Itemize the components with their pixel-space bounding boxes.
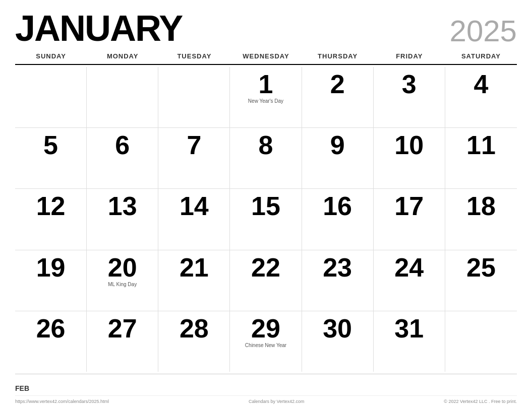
day-cell: 12 (15, 189, 87, 249)
year-title: 2025 (450, 16, 517, 46)
day-header: FRIDAY (374, 50, 445, 62)
day-cell: 20ML King Day (87, 250, 158, 311)
footer-row: https://www.vertex42.com/calendars/2025.… (15, 395, 517, 405)
day-cell: 22 (230, 250, 302, 311)
day-number: 14 (180, 193, 209, 219)
day-cell: 30 (302, 311, 374, 372)
day-cell: 27 (87, 311, 158, 372)
day-number: 5 (43, 132, 58, 158)
day-cell: 31 (374, 311, 445, 372)
holiday-label: ML King Day (108, 282, 137, 288)
day-header: TUESDAY (158, 50, 230, 62)
day-number: 23 (323, 254, 352, 281)
day-cell: 15 (230, 189, 302, 249)
day-cell: 21 (158, 250, 230, 311)
day-number: 21 (180, 254, 209, 281)
day-header: WEDNESDAY (230, 50, 302, 62)
day-cell: 3 (374, 67, 445, 127)
day-number: 31 (394, 315, 424, 341)
day-cell: 14 (158, 189, 230, 249)
day-cell (15, 67, 87, 127)
day-header: MONDAY (87, 50, 158, 62)
day-cell (445, 311, 517, 372)
day-number: 26 (36, 315, 66, 341)
day-cell: 7 (158, 128, 230, 188)
day-cell: 5 (15, 128, 87, 188)
day-header: SUNDAY (15, 50, 87, 62)
day-number: 28 (180, 315, 209, 341)
week-row: 567891011 (15, 128, 517, 189)
day-number: 27 (108, 315, 137, 341)
footer-right: © 2022 Vertex42 LLC . Free to print. (444, 399, 517, 404)
day-number: 25 (466, 254, 496, 281)
day-cell: 2 (302, 67, 374, 127)
day-number: 10 (394, 132, 424, 158)
day-header: THURSDAY (302, 50, 374, 62)
day-number: 11 (466, 132, 496, 158)
day-cell: 13 (87, 189, 158, 249)
day-cell: 26 (15, 311, 87, 372)
day-cell: 16 (302, 189, 374, 249)
day-cell: 1New Year's Day (230, 67, 302, 127)
day-cell: 25 (445, 250, 517, 311)
calendar-container: JANUARY 2025 SUNDAYMONDAYTUESDAYWEDNESDA… (0, 0, 532, 410)
day-number: 2 (330, 71, 345, 97)
calendar-grid: SUNDAYMONDAYTUESDAYWEDNESDAYTHURSDAYFRID… (15, 50, 517, 372)
day-cell: 29Chinese New Year (230, 311, 302, 372)
day-number: 6 (115, 132, 130, 158)
day-number: 20 (108, 254, 137, 281)
day-number: 15 (251, 193, 280, 219)
day-number: 9 (330, 132, 345, 158)
week-row: 12131415161718 (15, 189, 517, 250)
day-number: 17 (394, 193, 424, 219)
day-cell: 28 (158, 311, 230, 372)
day-cell (87, 67, 158, 127)
day-cell: 23 (302, 250, 374, 311)
weeks-container: 1New Year's Day2345678910111213141516171… (15, 67, 517, 372)
day-number: 29 (251, 315, 280, 341)
day-cell: 10 (374, 128, 445, 188)
day-number: 13 (108, 193, 137, 219)
day-number: 12 (36, 193, 66, 219)
day-number: 3 (402, 71, 417, 97)
day-cell (158, 67, 230, 127)
day-number: 16 (323, 193, 352, 219)
day-number: 1 (259, 71, 273, 97)
day-number: 30 (323, 315, 352, 341)
day-header: SATURDAY (445, 50, 517, 62)
holiday-label: Chinese New Year (245, 343, 286, 349)
day-number: 19 (36, 254, 66, 281)
day-number: 22 (251, 254, 280, 281)
footer-left: https://www.vertex42.com/calendars/2025.… (15, 399, 109, 404)
day-headers-row: SUNDAYMONDAYTUESDAYWEDNESDAYTHURSDAYFRID… (15, 50, 517, 65)
month-title: JANUARY (15, 10, 182, 46)
day-cell: 17 (374, 189, 445, 249)
header-row: JANUARY 2025 (15, 10, 517, 46)
day-cell: 18 (445, 189, 517, 249)
holiday-label: New Year's Day (248, 98, 283, 104)
week-row: 1920ML King Day2122232425 (15, 250, 517, 311)
day-number: 18 (466, 193, 496, 219)
day-cell: 24 (374, 250, 445, 311)
day-number: 8 (259, 132, 273, 158)
day-cell: 8 (230, 128, 302, 188)
week-row: 26272829Chinese New Year3031 (15, 311, 517, 372)
day-cell: 6 (87, 128, 158, 188)
week-row: 1New Year's Day234 (15, 67, 517, 128)
day-number: 7 (187, 132, 201, 158)
day-cell: 9 (302, 128, 374, 188)
day-cell: 4 (445, 67, 517, 127)
day-number: 4 (474, 71, 488, 97)
day-cell: 19 (15, 250, 87, 311)
mini-month-label: FEB (15, 378, 33, 392)
day-cell: 11 (445, 128, 517, 188)
footer-center: Calendars by Vertex42.com (249, 399, 305, 404)
mini-calendar-section: FEB (15, 374, 517, 394)
day-number: 24 (394, 254, 424, 281)
